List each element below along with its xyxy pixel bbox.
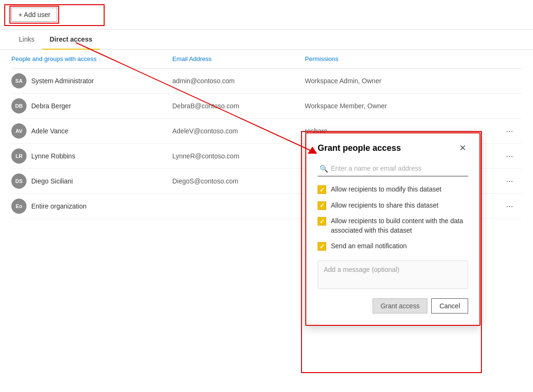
checkbox-modify-label: Allow recipients to modify this dataset bbox=[331, 185, 441, 194]
avatar: DS bbox=[11, 174, 27, 189]
message-box[interactable]: Add a message (optional) bbox=[318, 261, 468, 289]
checkmark-icon: ✓ bbox=[320, 187, 325, 193]
top-bar: + Add user bbox=[0, 0, 533, 30]
checkbox-list: ✓ Allow recipients to modify this datase… bbox=[318, 185, 468, 251]
avatar: DB bbox=[11, 98, 27, 113]
table-row: SA System Administrator admin@contoso.co… bbox=[11, 69, 522, 94]
search-input[interactable] bbox=[318, 161, 468, 176]
checkbox-share-label: Allow recipients to share this dataset bbox=[331, 201, 438, 210]
grant-access-button[interactable]: Grant access bbox=[373, 298, 427, 314]
page-container: + Add user Links Direct access People an… bbox=[0, 0, 533, 392]
person-name: Diego Siciliani bbox=[31, 177, 73, 185]
col-header-permissions: Permissions bbox=[305, 55, 522, 62]
table-row: DB Debra Berger DebraB@contoso.com Works… bbox=[11, 94, 522, 119]
checkbox-notify-label: Send an email notification bbox=[331, 242, 407, 251]
email-cell: LynneR@contoso.com bbox=[172, 152, 305, 160]
more-options-button[interactable]: ··· bbox=[502, 126, 517, 136]
checkbox-modify-box: ✓ bbox=[318, 185, 326, 194]
person-name: Adele Vance bbox=[31, 127, 68, 135]
more-options-button[interactable]: ··· bbox=[502, 176, 517, 186]
checkmark-icon: ✓ bbox=[320, 244, 325, 250]
dialog-footer: Grant access Cancel bbox=[318, 298, 468, 314]
grant-access-dialog: Grant people access ✕ 🔍 ✓ Allow recipien… bbox=[305, 132, 480, 326]
person-name: Lynne Robbins bbox=[31, 152, 75, 160]
person-cell: SA System Administrator bbox=[11, 73, 172, 88]
person-name: Entire organization bbox=[31, 202, 87, 210]
checkbox-build[interactable]: ✓ Allow recipients to build content with… bbox=[318, 217, 468, 235]
checkmark-icon: ✓ bbox=[320, 218, 325, 225]
checkbox-notify-box: ✓ bbox=[318, 242, 326, 251]
person-cell: DB Debra Berger bbox=[11, 98, 172, 113]
email-cell: AdeleV@contoso.com bbox=[172, 127, 305, 135]
dialog-header: Grant people access ✕ bbox=[318, 143, 468, 153]
avatar: SA bbox=[11, 73, 27, 88]
tab-links[interactable]: Links bbox=[11, 30, 42, 50]
cancel-button[interactable]: Cancel bbox=[431, 298, 468, 314]
checkbox-notify[interactable]: ✓ Send an email notification bbox=[318, 242, 468, 251]
person-cell: DS Diego Siciliani bbox=[11, 174, 172, 189]
email-cell: DebraB@contoso.com bbox=[172, 102, 305, 110]
tab-direct-access[interactable]: Direct access bbox=[42, 30, 100, 50]
checkbox-build-label: Allow recipients to build content with t… bbox=[331, 217, 468, 235]
more-options-button[interactable]: ··· bbox=[502, 201, 517, 211]
checkbox-share[interactable]: ✓ Allow recipients to share this dataset bbox=[318, 201, 468, 210]
avatar: Eo bbox=[11, 199, 27, 214]
col-header-people: People and groups with access bbox=[11, 55, 172, 62]
col-header-email: Email Address bbox=[172, 55, 305, 62]
person-name: System Administrator bbox=[31, 77, 94, 85]
close-dialog-button[interactable]: ✕ bbox=[457, 143, 468, 153]
person-cell: LR Lynne Robbins bbox=[11, 148, 172, 164]
avatar: LR bbox=[11, 148, 27, 164]
email-cell: admin@contoso.com bbox=[172, 77, 305, 85]
person-cell: Eo Entire organization bbox=[11, 199, 172, 214]
checkmark-icon: ✓ bbox=[320, 202, 325, 209]
checkbox-build-box: ✓ bbox=[318, 217, 326, 226]
permissions-cell: Workspace Member, Owner bbox=[305, 102, 522, 110]
checkbox-share-box: ✓ bbox=[318, 201, 326, 210]
add-user-button[interactable]: + Add user bbox=[11, 8, 57, 22]
permissions-cell: Workspace Admin, Owner bbox=[305, 77, 522, 85]
person-name: Debra Berger bbox=[31, 102, 71, 110]
person-cell: AV Adele Vance bbox=[11, 123, 172, 139]
tabs-container: Links Direct access bbox=[0, 30, 533, 50]
email-cell: DiegoS@contoso.com bbox=[172, 177, 305, 185]
avatar: AV bbox=[11, 123, 27, 139]
search-container: 🔍 bbox=[318, 161, 468, 176]
search-icon: 🔍 bbox=[320, 165, 329, 173]
dialog-title: Grant people access bbox=[318, 143, 401, 153]
checkbox-modify[interactable]: ✓ Allow recipients to modify this datase… bbox=[318, 185, 468, 194]
more-options-button[interactable]: ··· bbox=[502, 151, 517, 161]
table-header: People and groups with access Email Addr… bbox=[11, 50, 522, 69]
